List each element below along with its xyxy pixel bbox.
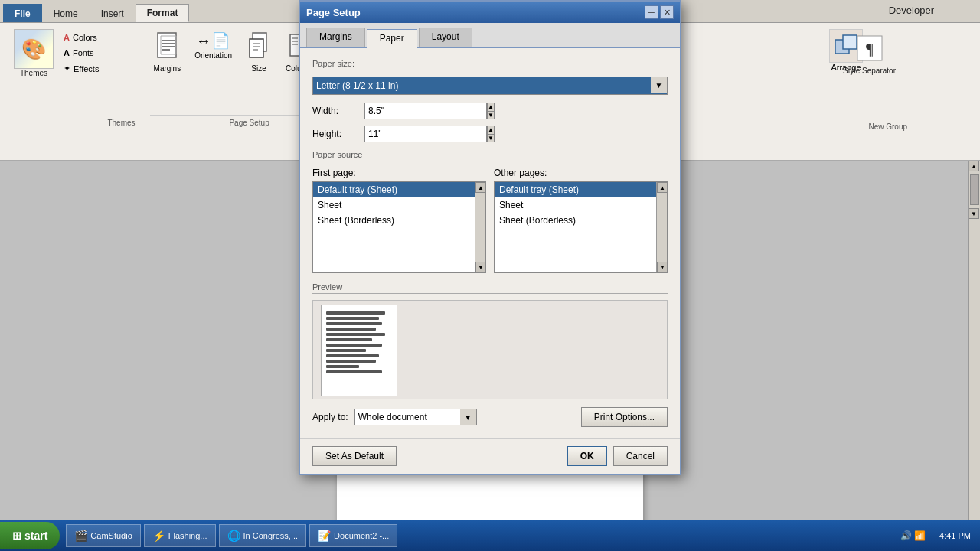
svg-rect-10	[250, 39, 263, 57]
apply-to-select[interactable]: Whole document This section This point f…	[354, 409, 477, 425]
preview-line-3	[326, 322, 382, 325]
apply-to-label: Apply to:	[312, 412, 348, 422]
preview-line-2	[326, 317, 379, 320]
effects-button[interactable]: ✦ Effects	[60, 61, 103, 76]
start-button[interactable]: ⊞ start	[0, 522, 60, 549]
first-page-scrollbar[interactable]: ▲ ▼	[475, 182, 485, 272]
dialog-titlebar: Page Setup ─ ✕	[300, 2, 680, 23]
svg-rect-14	[290, 34, 299, 56]
apply-to-row: Apply to: Whole document This section Th…	[312, 407, 668, 427]
width-spin-up[interactable]: ▲	[487, 103, 495, 111]
new-group-label: New Group	[868, 122, 907, 131]
camstudio-icon: 🎬	[74, 530, 87, 542]
first-page-item-2[interactable]: Sheet (Borderless)	[313, 213, 485, 228]
fonts-icon: A	[64, 48, 70, 57]
style-separator-button[interactable]: ¶	[851, 30, 888, 67]
width-input[interactable]	[364, 103, 487, 119]
margins-button[interactable]: Margins	[150, 29, 185, 75]
width-label: Width:	[312, 106, 358, 116]
orientation-button[interactable]: ↔📄 Orientation	[191, 29, 236, 75]
windows-icon: ⊞	[12, 530, 21, 542]
size-button[interactable]: Size	[242, 29, 276, 75]
preview-line-5	[326, 333, 385, 336]
op-scroll-up[interactable]: ▲	[657, 182, 668, 193]
congress-icon: 🌐	[227, 530, 240, 542]
themes-label: Themes	[20, 69, 47, 77]
op-scroll-down[interactable]: ▼	[657, 262, 668, 272]
dialog-tabs: Margins Paper Layout	[300, 23, 680, 48]
fp-scroll-down[interactable]: ▼	[475, 262, 486, 272]
cancel-button[interactable]: Cancel	[613, 446, 668, 466]
taskbar: ⊞ start 🎬 CamStudio ⚡ Flashing... 🌐 In C…	[0, 520, 980, 551]
preview-section: Preview	[312, 282, 668, 399]
other-page-item-2[interactable]: Sheet (Borderless)	[495, 213, 667, 228]
tab-insert[interactable]: Insert	[90, 4, 136, 22]
height-spin-arrows: ▲ ▼	[487, 126, 495, 142]
themes-button[interactable]: 🎨 Themes	[12, 29, 55, 77]
tab-paper[interactable]: Paper	[367, 29, 417, 48]
fp-scroll-up[interactable]: ▲	[475, 182, 486, 193]
first-page-item-0[interactable]: Default tray (Sheet)	[313, 182, 485, 197]
themes-group-label: Themes	[107, 116, 135, 127]
preview-line-6	[326, 338, 372, 341]
preview-line-11	[326, 365, 359, 368]
fonts-button[interactable]: A Fonts	[60, 46, 103, 60]
dialog-footer: Set As Default OK Cancel	[300, 438, 680, 474]
preview-line-10	[326, 360, 376, 363]
colors-icon: A	[64, 33, 70, 42]
taskbar-flashing[interactable]: ⚡ Flashing...	[144, 524, 216, 547]
height-spin-up[interactable]: ▲	[487, 126, 495, 134]
taskbar-items: 🎬 CamStudio ⚡ Flashing... 🌐 In Congress,…	[60, 524, 895, 547]
style-separator-group: ¶ Style Separator	[835, 27, 903, 78]
other-pages-listbox[interactable]: Default tray (Sheet) Sheet Sheet (Border…	[494, 181, 668, 273]
tab-layout[interactable]: Layout	[419, 28, 472, 47]
size-label: Size	[251, 64, 266, 73]
fonts-label: Fonts	[73, 48, 94, 57]
dialog-title: Page Setup	[306, 7, 361, 18]
first-page-item-1[interactable]: Sheet	[313, 197, 485, 213]
height-input[interactable]	[364, 126, 487, 142]
flashing-icon: ⚡	[152, 530, 165, 542]
dialog-minimize-button[interactable]: ─	[645, 5, 658, 19]
print-options-button[interactable]: Print Options...	[581, 407, 668, 427]
preview-line-9	[326, 354, 379, 357]
taskbar-document2[interactable]: 📝 Document2 -...	[309, 524, 397, 547]
svg-text:¶: ¶	[866, 39, 874, 58]
other-pages-scrollbar[interactable]: ▲ ▼	[656, 182, 667, 272]
height-spin-down[interactable]: ▼	[487, 134, 495, 142]
margins-label: Margins	[154, 64, 181, 73]
width-spin-arrows: ▲ ▼	[487, 103, 495, 119]
width-spin-down[interactable]: ▼	[487, 111, 495, 119]
ok-button[interactable]: OK	[567, 446, 607, 466]
scroll-up-button[interactable]: ▲	[969, 161, 979, 171]
print-options-wrapper: Print Options...	[581, 407, 668, 427]
preview-line-12	[326, 370, 382, 373]
dialog-close-button[interactable]: ✕	[660, 5, 674, 19]
themes-small-buttons: A Colors A Fonts ✦ Effects	[60, 31, 103, 76]
preview-line-8	[326, 349, 366, 352]
scroll-thumb[interactable]	[970, 174, 979, 205]
tab-format[interactable]: Format	[136, 4, 190, 22]
first-page-listbox[interactable]: Default tray (Sheet) Sheet Sheet (Border…	[312, 181, 486, 273]
effects-icon: ✦	[64, 64, 70, 73]
scroll-down-button[interactable]: ▼	[969, 208, 979, 219]
other-page-item-0[interactable]: Default tray (Sheet)	[495, 182, 667, 197]
tab-margins[interactable]: Margins	[306, 28, 365, 47]
set-as-default-button[interactable]: Set As Default	[312, 446, 397, 466]
paper-size-row: Letter (8 1/2 x 11 in) A4 (210 x 297 mm)…	[312, 77, 668, 95]
developer-tab[interactable]: Developer	[889, 5, 934, 16]
tab-file[interactable]: File	[3, 4, 42, 22]
paper-size-select[interactable]: Letter (8 1/2 x 11 in) A4 (210 x 297 mm)…	[312, 77, 668, 95]
tab-home[interactable]: Home	[42, 4, 90, 22]
taskbar-camstudio[interactable]: 🎬 CamStudio	[66, 524, 140, 547]
width-spinner: ▲ ▼	[364, 103, 487, 119]
other-pages-label: Other pages:	[494, 168, 668, 178]
taskbar-tray: 🔊 📶	[896, 530, 930, 541]
other-page-item-1[interactable]: Sheet	[495, 197, 667, 213]
taskbar-congress[interactable]: 🌐 In Congress,...	[219, 524, 307, 547]
colors-button[interactable]: A Colors	[60, 31, 103, 44]
tray-icons: 🔊 📶	[900, 530, 926, 541]
right-scrollbar[interactable]: ▲ ▼	[968, 161, 980, 520]
paper-source-grid: First page: Default tray (Sheet) Sheet S…	[312, 168, 668, 273]
dialog-controls: ─ ✕	[645, 5, 674, 19]
